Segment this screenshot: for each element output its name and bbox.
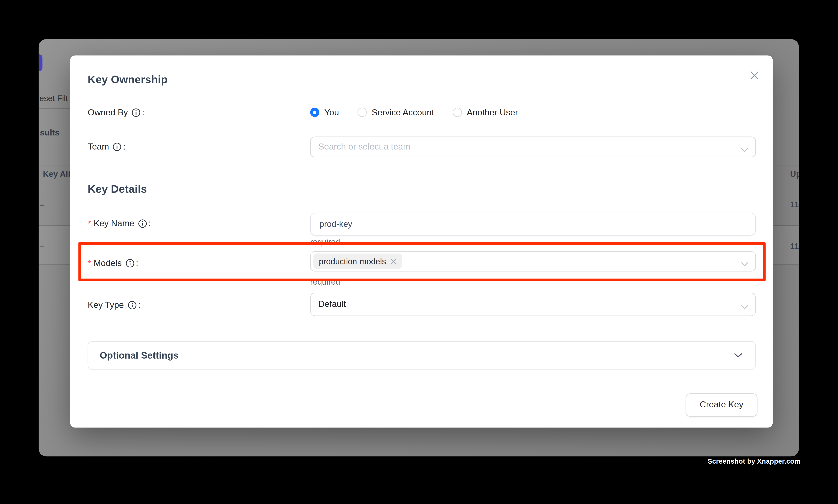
tag-remove-icon[interactable] [391, 258, 397, 265]
owned-by-label: Owned By : [88, 106, 144, 119]
column-header-updated-fragment: Up [790, 169, 799, 178]
owned-by-radio-group: You Service Account Another User [310, 106, 518, 119]
reset-filters-fragment: eset Filt [39, 93, 68, 103]
key-name-label: * Key Name : [88, 217, 151, 230]
info-icon[interactable] [131, 108, 140, 117]
background-primary-button-fragment [39, 54, 43, 71]
optional-settings-toggle[interactable]: Optional Settings [88, 341, 755, 370]
divider [39, 90, 70, 90]
model-tag: production-models [314, 254, 402, 269]
screenshot-canvas: eset Filt sults Key Alia Up – 11/ – 11/ … [0, 0, 838, 504]
results-count-fragment: sults [40, 128, 60, 138]
table-row-cell: 11/ [790, 241, 799, 251]
radio-service-account[interactable]: Service Account [357, 108, 434, 118]
models-label: * Models : [88, 257, 138, 270]
key-type-select[interactable]: Default [310, 293, 756, 316]
key-details-title: Key Details [88, 182, 147, 196]
info-icon[interactable] [126, 259, 134, 268]
key-name-required-error: required [310, 237, 340, 248]
modal-title: Key Ownership [88, 72, 167, 87]
radio-another-user[interactable]: Another User [452, 108, 518, 118]
models-select[interactable]: production-models [310, 251, 756, 271]
key-type-label: Key Type : [88, 299, 140, 312]
optional-settings-label: Optional Settings [100, 350, 734, 361]
chevron-down-icon [741, 259, 748, 269]
chevron-down-icon [734, 350, 742, 360]
table-row-cell: – [40, 199, 44, 209]
team-select[interactable]: Search or select a team [310, 137, 756, 157]
radio-you[interactable]: You [310, 108, 339, 118]
chevron-down-icon [741, 145, 748, 155]
chevron-down-icon [741, 302, 748, 312]
radio-selected-icon[interactable] [310, 108, 319, 117]
required-mark: * [88, 217, 91, 230]
info-icon[interactable] [138, 219, 147, 228]
radio-unselected-icon[interactable] [452, 108, 462, 117]
divider [39, 108, 70, 109]
team-label: Team : [88, 140, 126, 153]
column-header-key-alias-fragment: Key Alia [43, 169, 75, 178]
info-icon[interactable] [113, 143, 122, 151]
table-row-cell: – [40, 241, 44, 251]
team-select-placeholder: Search or select a team [318, 142, 410, 152]
info-icon[interactable] [128, 301, 137, 310]
close-icon[interactable] [748, 69, 761, 82]
radio-unselected-icon[interactable] [357, 108, 367, 117]
create-key-modal: Key Ownership Owned By : You Service Acc… [70, 56, 773, 428]
required-mark: * [88, 257, 91, 270]
models-required-error: required [310, 276, 340, 288]
table-row-cell: 11/ [790, 199, 799, 209]
watermark-credit: Screenshot by Xnapper.com [708, 457, 800, 465]
key-type-value: Default [318, 300, 346, 309]
create-key-button[interactable]: Create Key [686, 393, 757, 417]
key-name-input[interactable] [310, 213, 756, 236]
